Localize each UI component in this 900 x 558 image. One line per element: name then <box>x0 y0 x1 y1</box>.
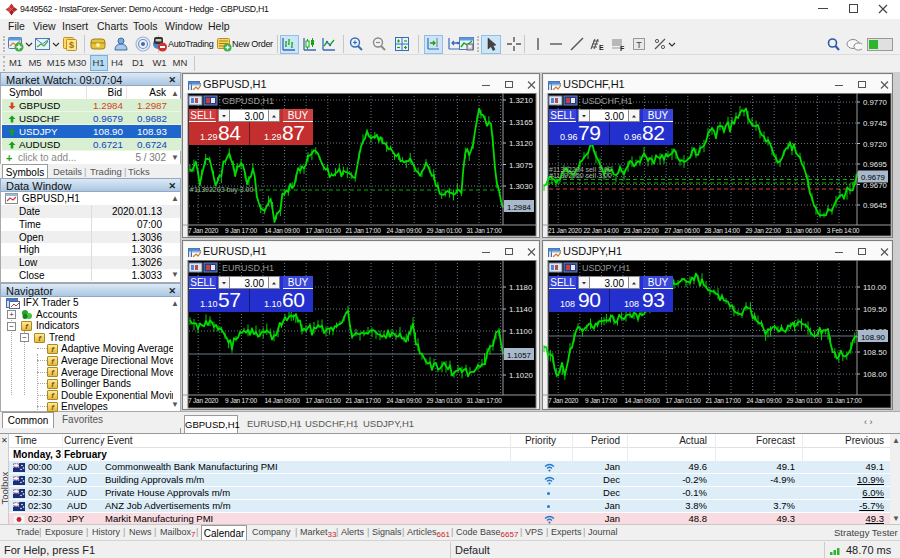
svg-text:1.1180: 1.1180 <box>509 283 533 292</box>
svg-text:0.9645: 0.9645 <box>863 201 888 210</box>
svg-text:EURUSD,H1: EURUSD,H1 <box>222 263 274 273</box>
svg-text:9 Jan 17:00: 9 Jan 17:00 <box>225 397 257 404</box>
svg-text:1.3165: 1.3165 <box>509 118 534 127</box>
svg-text:GBPUSD,H1: GBPUSD,H1 <box>222 96 274 106</box>
svg-text:31 Jan 17:00: 31 Jan 17:00 <box>466 397 502 404</box>
svg-text:109.50: 109.50 <box>863 305 888 314</box>
svg-text:9 Jan 17:00: 9 Jan 17:00 <box>225 227 257 234</box>
svg-text:7 Jan 2020: 7 Jan 2020 <box>548 397 579 404</box>
svg-text:23 Jan 22:00: 23 Jan 22:00 <box>623 227 659 234</box>
svg-text:$: $ <box>69 40 74 50</box>
svg-text:#11391950 sell 3.00: #11391950 sell 3.00 <box>549 172 612 179</box>
svg-text:1.3075: 1.3075 <box>509 161 534 170</box>
svg-text:31 Jan 06:00: 31 Jan 06:00 <box>785 227 821 234</box>
svg-text:F: F <box>620 45 625 52</box>
svg-text:1.3210: 1.3210 <box>509 96 534 105</box>
svg-text:21 Jan 2020: 21 Jan 2020 <box>548 227 582 234</box>
svg-text:29 Jan 01:00: 29 Jan 01:00 <box>426 397 462 404</box>
svg-text:0.9770: 0.9770 <box>863 98 888 107</box>
svg-text:29 Jan 22:00: 29 Jan 22:00 <box>745 227 781 234</box>
svg-text:21 Jan 17:00: 21 Jan 17:00 <box>345 227 381 234</box>
svg-text:0.9720: 0.9720 <box>863 140 888 149</box>
svg-text:21 Jan 17:00: 21 Jan 17:00 <box>345 397 381 404</box>
svg-text:0.9695: 0.9695 <box>863 160 888 169</box>
svg-text:29 Jan 01:00: 29 Jan 01:00 <box>426 227 462 234</box>
svg-text:108.90: 108.90 <box>861 333 886 342</box>
svg-text:24 Jan 09:00: 24 Jan 09:00 <box>746 397 782 404</box>
svg-text:17 Jan 01:00: 17 Jan 01:00 <box>305 397 341 404</box>
svg-text:#11392203 buy 3.00: #11392203 buy 3.00 <box>190 186 253 194</box>
svg-text:7 Jan 2020: 7 Jan 2020 <box>188 397 219 404</box>
svg-text:1.1140: 1.1140 <box>509 305 533 314</box>
svg-text:1.2984: 1.2984 <box>507 203 532 212</box>
svg-text:1.3030: 1.3030 <box>509 182 534 191</box>
svg-text:1.1057: 1.1057 <box>507 351 531 360</box>
svg-text:0.9745: 0.9745 <box>863 119 888 128</box>
svg-text:17 Jan 01:00: 17 Jan 01:00 <box>665 397 701 404</box>
svg-text:108.00: 108.00 <box>863 370 888 379</box>
svg-text:0.9679: 0.9679 <box>861 173 885 182</box>
svg-text:USDJPY,H1: USDJPY,H1 <box>582 263 630 273</box>
svg-text:27 Jan 06:00: 27 Jan 06:00 <box>664 227 700 234</box>
svg-text:22 Jan 14:00: 22 Jan 14:00 <box>583 227 619 234</box>
svg-text:17 Jan 01:00: 17 Jan 01:00 <box>305 227 341 234</box>
svg-text:24 Jan 09:00: 24 Jan 09:00 <box>386 397 422 404</box>
svg-text:14 Jan 09:00: 14 Jan 09:00 <box>264 227 300 234</box>
svg-text:1.1020: 1.1020 <box>509 371 534 380</box>
svg-text:31 Jan 17:00: 31 Jan 17:00 <box>826 397 862 404</box>
svg-text:28 Jan 14:00: 28 Jan 14:00 <box>704 227 740 234</box>
svg-text:14 Jan 09:00: 14 Jan 09:00 <box>264 397 300 404</box>
svg-text:110.00: 110.00 <box>863 283 887 292</box>
svg-text:29 Jan 01:00: 29 Jan 01:00 <box>786 397 822 404</box>
svg-text:24 Jan 09:00: 24 Jan 09:00 <box>386 227 422 234</box>
svg-text:1.1100: 1.1100 <box>509 327 533 336</box>
svg-text:USDCHF,H1: USDCHF,H1 <box>582 96 633 106</box>
svg-text:7 Jan 2020: 7 Jan 2020 <box>188 227 219 234</box>
svg-text:1.3120: 1.3120 <box>509 139 534 148</box>
svg-text:E: E <box>599 44 604 51</box>
svg-text:9 Jan 17:00: 9 Jan 17:00 <box>585 397 617 404</box>
svg-text:31 Jan 17:00: 31 Jan 17:00 <box>466 227 502 234</box>
svg-text:21 Jan 17:00: 21 Jan 17:00 <box>705 397 741 404</box>
svg-text:3 Feb 14:00: 3 Feb 14:00 <box>827 227 860 234</box>
svg-text:T: T <box>636 40 642 50</box>
svg-text:108.50: 108.50 <box>863 348 888 357</box>
svg-text:14 Jan 09:00: 14 Jan 09:00 <box>624 397 660 404</box>
